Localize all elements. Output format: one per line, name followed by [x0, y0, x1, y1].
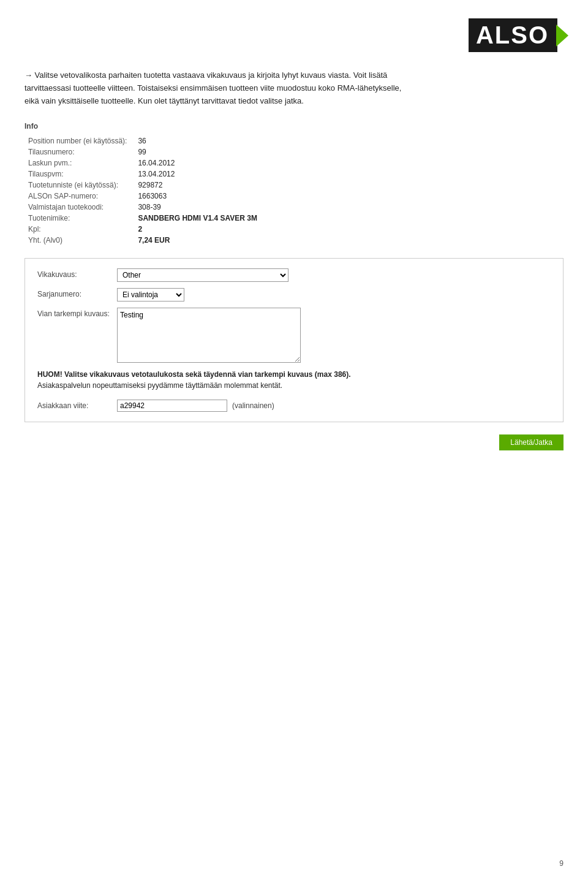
asiakkaan-viite-row: Asiakkaan viite: (valinnainen) — [37, 400, 551, 412]
logo-text: ALSO — [469, 18, 557, 52]
info-value: 1663063 — [134, 191, 260, 202]
page-number: 9 — [559, 859, 564, 868]
info-value: SANDBERG HDMI V1.4 SAVER 3M — [134, 213, 260, 224]
also-logo: ALSO — [469, 18, 557, 52]
kuvaus-textarea[interactable] — [117, 308, 301, 363]
kuvaus-row: Vian tarkempi kuvaus: — [37, 308, 551, 363]
form-note-line1: HUOM! Valitse vikakuvaus vetotaulukosta … — [37, 370, 351, 379]
asiakkaan-viite-label: Asiakkaan viite: — [37, 401, 117, 410]
instructions-block: → Valitse vetovalikosta parhaiten tuotet… — [24, 69, 564, 107]
info-key: Laskun pvm.: — [24, 157, 134, 169]
info-value: 36 — [134, 135, 260, 146]
info-key: Kpl: — [24, 224, 134, 235]
vikakuvaus-row: Vikakuvaus: OtherBrokenNot workingCosmet… — [37, 268, 551, 282]
info-value: 308-39 — [134, 202, 260, 213]
vikakuvaus-select[interactable]: OtherBrokenNot workingCosmetic damage — [117, 268, 288, 282]
info-value: 2 — [134, 224, 260, 235]
info-key: ALSOn SAP-numero: — [24, 191, 134, 202]
logo-triangle-icon — [556, 25, 568, 47]
sarjanumero-select[interactable]: Ei valintoja — [117, 288, 184, 302]
info-key: Yht. (Alv0) — [24, 235, 134, 246]
info-table: Position number (ei käytössä):36Tilausnu… — [24, 135, 261, 246]
info-key: Tuotetunniste (ei käytössä): — [24, 180, 134, 191]
form-note-line2: Asiakaspalvelun nopeuttamiseksi pyydämme… — [37, 381, 282, 390]
info-value: 16.04.2012 — [134, 157, 260, 169]
instructions-line3: eikä vain yksittäiselle tuotteelle. Kun … — [24, 96, 304, 105]
info-key: Tilausnumero: — [24, 146, 134, 157]
vikakuvaus-label: Vikakuvaus: — [37, 268, 117, 279]
form-section: Vikakuvaus: OtherBrokenNot workingCosmet… — [24, 258, 564, 422]
sarjanumero-label: Sarjanumero: — [37, 288, 117, 298]
info-value: 7,24 EUR — [134, 235, 260, 246]
submit-button[interactable]: Lähetä/Jatka — [499, 434, 564, 450]
info-section: Info Position number (ei käytössä):36Til… — [24, 122, 564, 246]
info-key: Valmistajan tuotekoodi: — [24, 202, 134, 213]
info-value: 929872 — [134, 180, 260, 191]
sarjanumero-control: Ei valintoja — [117, 288, 184, 302]
info-key: Tilauspvm: — [24, 169, 134, 180]
info-key: Tuotenimike: — [24, 213, 134, 224]
logo-area: ALSO — [24, 18, 564, 52]
info-label: Info — [24, 122, 564, 131]
sarjanumero-row: Sarjanumero: Ei valintoja — [37, 288, 551, 302]
kuvaus-label: Vian tarkempi kuvaus: — [37, 308, 117, 318]
info-value: 99 — [134, 146, 260, 157]
info-key: Position number (ei käytössä): — [24, 135, 134, 146]
form-note: HUOM! Valitse vikakuvaus vetotaulukosta … — [37, 369, 551, 391]
vikakuvaus-control: OtherBrokenNot workingCosmetic damage — [117, 268, 288, 282]
instructions-line2: tarvittaessasi tuotteelle viitteen. Tois… — [24, 83, 401, 93]
info-value: 13.04.2012 — [134, 169, 260, 180]
submit-area: Lähetä/Jatka — [24, 434, 564, 450]
instructions-line1: → Valitse vetovalikosta parhaiten tuotet… — [24, 70, 387, 80]
asiakkaan-viite-input[interactable] — [117, 400, 227, 412]
optional-label: (valinnainen) — [232, 401, 274, 410]
